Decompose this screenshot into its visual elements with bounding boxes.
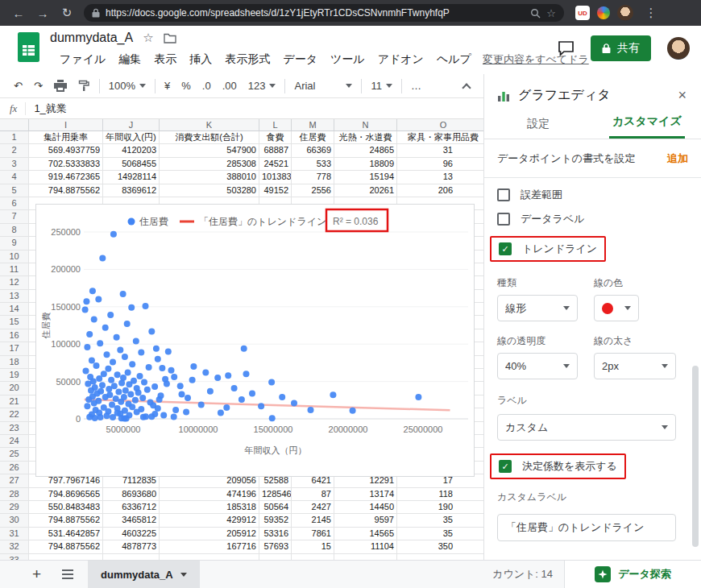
row-header[interactable]: 22 — [0, 408, 29, 421]
grid-cell[interactable]: 消費支出額(合計) — [160, 131, 259, 144]
grid-cell[interactable]: 24865 — [334, 144, 397, 157]
grid-cell[interactable]: 11104 — [334, 540, 397, 553]
line-color-dropdown[interactable] — [594, 295, 639, 321]
row-header[interactable]: 23 — [0, 422, 29, 435]
row-header[interactable]: 13 — [0, 290, 29, 303]
grid-cell[interactable]: 205912 — [160, 528, 259, 540]
grid-cell[interactable]: 8369612 — [103, 184, 160, 197]
add-sheet-button[interactable]: + — [27, 565, 46, 583]
grid-cell[interactable]: 31 — [397, 144, 483, 157]
grid-cell[interactable]: 547900 — [160, 144, 259, 157]
row-header[interactable]: 6 — [0, 197, 29, 210]
grid-cell[interactable]: 4878773 — [103, 540, 160, 553]
grid-cell[interactable]: 4120203 — [103, 144, 160, 157]
checkbox-row[interactable]: データラベル — [497, 212, 585, 226]
grid-cell[interactable]: 家具・家事用品費 — [397, 131, 483, 144]
grid-cell[interactable]: 118 — [397, 488, 483, 501]
grid-cell[interactable]: 食費 — [259, 131, 292, 144]
zoom-select[interactable]: 100% — [103, 77, 151, 96]
menu-item[interactable]: ツール — [324, 51, 371, 68]
grid-cell[interactable]: 794.8875562 — [29, 184, 103, 197]
grid-cell[interactable]: 68887 — [259, 144, 292, 157]
column-header-O[interactable]: O — [397, 119, 483, 131]
menu-item[interactable]: アドオン — [371, 51, 430, 68]
row-header[interactable]: 27 — [0, 474, 29, 487]
row-header[interactable]: 32 — [0, 540, 29, 553]
row-header[interactable]: 16 — [0, 329, 29, 342]
move-folder-icon[interactable] — [164, 33, 176, 43]
checkbox-row[interactable]: 誤差範囲 — [497, 188, 562, 202]
grid-cell[interactable]: 18809 — [334, 158, 397, 171]
row-header[interactable]: 25 — [0, 448, 29, 461]
grid-cell[interactable]: 24521 — [259, 158, 292, 171]
grid-cell[interactable]: 794.8875562 — [29, 540, 103, 553]
format-currency-button[interactable]: ¥ — [159, 77, 176, 96]
grid-cell[interactable]: 15194 — [334, 171, 397, 184]
grid-cell[interactable]: 702.5333833 — [29, 158, 103, 171]
row-header[interactable]: 33 — [0, 554, 29, 561]
grid-cell[interactable]: 53316 — [259, 528, 292, 540]
grid-cell[interactable]: 光熱・水道費 — [334, 131, 397, 144]
grid-cell[interactable]: 2427 — [292, 501, 334, 514]
extension-color-ball-icon[interactable] — [597, 6, 610, 19]
grid-cell[interactable]: 350 — [397, 540, 483, 553]
grid-cell[interactable]: 66369 — [292, 144, 334, 157]
grid-cell[interactable]: 285308 — [160, 158, 259, 171]
grid-cell[interactable]: 2556 — [292, 184, 334, 197]
row-header[interactable]: 12 — [0, 276, 29, 289]
grid-cell[interactable]: 167716 — [160, 540, 259, 553]
line-thickness-dropdown[interactable]: 2px — [594, 353, 676, 379]
column-header-N[interactable]: N — [334, 119, 397, 131]
decrease-decimal-button[interactable]: .0 — [197, 77, 217, 96]
grid-cell[interactable]: 14565 — [334, 528, 397, 540]
row-header[interactable]: 10 — [0, 251, 29, 263]
grid-cell[interactable]: 年間収入(円) — [103, 131, 160, 144]
row-header[interactable]: 18 — [0, 356, 29, 369]
grid-cell[interactable]: 388010 — [160, 171, 259, 184]
grid-cell[interactable]: 13 — [397, 171, 483, 184]
row-header[interactable]: 21 — [0, 395, 29, 408]
checkbox[interactable] — [497, 213, 510, 226]
grid-cell[interactable]: 429912 — [160, 514, 259, 527]
column-header-K[interactable]: K — [160, 119, 259, 131]
grid-cell[interactable]: 3465812 — [103, 514, 160, 527]
account-avatar[interactable] — [667, 37, 690, 60]
row-header[interactable]: 28 — [0, 488, 29, 501]
menu-item[interactable]: 表示形式 — [218, 51, 276, 68]
font-size-select[interactable]: 11 — [365, 77, 398, 96]
collapse-toolbar-icon[interactable] — [458, 77, 475, 96]
row-header[interactable]: 4 — [0, 171, 29, 184]
row-header[interactable]: 5 — [0, 184, 29, 197]
sheets-logo-icon[interactable] — [18, 32, 39, 65]
panel-scrollbar[interactable] — [692, 366, 699, 547]
grid-cell[interactable]: 550.8483483 — [29, 501, 103, 514]
grid-cell[interactable]: 531.4642857 — [29, 528, 103, 540]
toolbar-more-icon[interactable]: … — [405, 77, 427, 96]
row-header[interactable]: 20 — [0, 382, 29, 395]
browser-avatar[interactable] — [617, 5, 633, 21]
grid-cell[interactable]: 20261 — [334, 184, 397, 197]
browser-menu-icon[interactable]: ⋮ — [641, 6, 662, 20]
grid-cell[interactable]: 533 — [292, 158, 334, 171]
grid-cell[interactable]: 14928114 — [103, 171, 160, 184]
grid-cell[interactable]: 185318 — [160, 501, 259, 514]
grid-cell[interactable]: 190 — [397, 501, 483, 514]
grid-cell[interactable]: 778 — [292, 171, 334, 184]
tab-settings[interactable]: 設定 — [484, 112, 593, 139]
column-header-I[interactable]: I — [29, 119, 103, 131]
sheet-tab-menu-icon[interactable] — [180, 573, 187, 577]
grid-cell[interactable]: 101383 — [259, 171, 292, 184]
more-formats-button[interactable]: 123 — [243, 77, 282, 96]
increase-decimal-button[interactable]: .00 — [217, 77, 243, 96]
grid-cell[interactable] — [292, 554, 334, 561]
row-header[interactable]: 24 — [0, 435, 29, 448]
grid-cell[interactable] — [259, 554, 292, 561]
row-header[interactable]: 9 — [0, 237, 29, 250]
menu-item[interactable]: 挿入 — [183, 51, 218, 68]
grid-cell[interactable]: 96 — [397, 158, 483, 171]
row-header[interactable]: 8 — [0, 224, 29, 237]
menu-item[interactable]: ヘルプ — [430, 51, 478, 68]
chart[interactable]: 5000000100000001500000020000000250000000… — [35, 204, 475, 477]
tab-customize[interactable]: カスタマイズ — [593, 112, 701, 139]
row-header[interactable]: 31 — [0, 528, 29, 540]
